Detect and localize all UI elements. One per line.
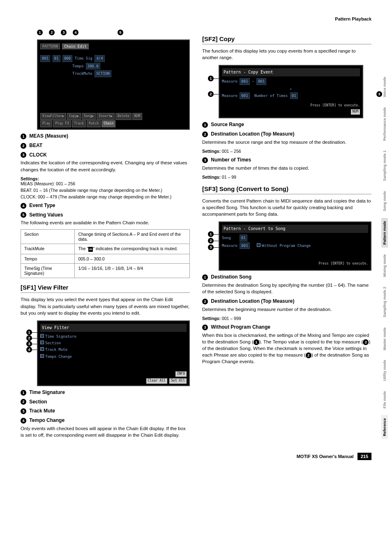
- heading-beat-text: BEAT: [29, 143, 42, 148]
- btn-clearall: Clear All: [146, 378, 167, 384]
- copy-title: Pattern - Copy Event: [222, 68, 360, 76]
- clock-field: 000: [62, 55, 72, 62]
- heading-dest-loc: 2 Destination Location (Top Measure): [202, 131, 371, 137]
- cell-timesig: TimeSig (Time Signature): [21, 264, 75, 278]
- sf2-desc3: Determines the number of times the data …: [202, 165, 371, 171]
- copy-meas2a: 001: [240, 92, 249, 99]
- side-mode-tabs: Voice mode Performance mode Sampling mod…: [381, 74, 388, 439]
- tab-playfx: Play FX: [53, 120, 71, 127]
- tab-chain-edit: Chain Edit: [62, 44, 88, 49]
- heading-vf-timesig: 1 Time Signature: [21, 389, 190, 396]
- heading-dest-loc2-text: Destination Location (Top Measure): [211, 298, 294, 304]
- heading-meas-text: MEAS (Measure): [29, 133, 68, 139]
- sf2-s3-label: Settings:: [202, 175, 221, 180]
- conv-wpc-label: Without Program Change: [262, 244, 311, 248]
- btn-setall: Set All: [169, 378, 187, 384]
- callout-copy-2: 2: [208, 91, 214, 97]
- heading-without-pc-text: Without Program Change: [211, 324, 270, 330]
- heading-vf-timesig-text: Time Signature: [29, 389, 65, 395]
- conv-song-label: Song: [222, 236, 231, 240]
- conv-title: Pattern - Convert to Song: [222, 225, 368, 233]
- screenshot-chain-edit: PATTERN Chain Edit 001 01 000 Time Sig 4…: [37, 39, 190, 130]
- sf3-p3: When this box is checkmarked, the settin…: [202, 332, 371, 365]
- callout-1: 1: [37, 30, 43, 35]
- settings-label: Settings:: [21, 176, 190, 181]
- inline-callout-2b: 2: [306, 352, 311, 358]
- tab-voice-mode[interactable]: Voice mode: [381, 74, 388, 100]
- sf2-s2-label: Settings:: [202, 149, 221, 154]
- heading-numtimes-text: Number of Times: [211, 157, 251, 163]
- chk-timesig: [40, 334, 44, 338]
- sf3-desc: Converts the current Pattern chain to MI…: [202, 198, 371, 217]
- tab-reference[interactable]: Reference: [381, 415, 388, 439]
- sf3-p2: Determines the beginning measure number …: [202, 306, 371, 313]
- callout-conv-1: 1: [208, 231, 214, 237]
- heading-numtimes: 3 Number of Times: [202, 157, 371, 163]
- heading-clock-text: CLOCK: [29, 152, 47, 158]
- callout-vf-4: 4: [26, 347, 32, 352]
- inline-callout-1: 1: [254, 339, 259, 345]
- tab-master-mode[interactable]: Master mode: [381, 325, 388, 353]
- cell-section: Section: [21, 230, 75, 244]
- chk-without-pc: [257, 243, 261, 247]
- vf-tempo: Tempo Change: [45, 355, 72, 359]
- heading-eventtype: 4 Event Type: [21, 203, 190, 209]
- heading-vf-tempo-text: Tempo Change: [29, 417, 65, 423]
- timesig-label: Time Sig: [75, 56, 92, 60]
- conv-press: Press [ENTER] to execute.: [222, 261, 368, 267]
- screenshot-view-filter: View Filter Time Signature Section Track…: [37, 320, 190, 386]
- tab-play: Play: [40, 120, 52, 127]
- tab-performance-mode[interactable]: Performance mode: [381, 104, 388, 144]
- heading-dest-song-text: Destination Song: [211, 274, 251, 280]
- callout-2: 2: [49, 30, 55, 35]
- vf-title: View Filter: [40, 324, 187, 332]
- copy-numtimes-label: Number of Times: [254, 94, 288, 98]
- meas-field: 001: [40, 55, 50, 62]
- tab-file-mode[interactable]: File mode: [381, 388, 388, 411]
- cell-tempo-desc: 005.0 – 300.0: [75, 254, 190, 264]
- vf-section: Section: [45, 341, 61, 345]
- trackmute-value: SCTION: [95, 70, 111, 77]
- callout-4: 4: [73, 30, 78, 35]
- vf-timesig: Time Signature: [45, 334, 76, 339]
- sf2-s2: 001 – 256: [222, 149, 241, 154]
- sf1-desc: This display lets you select the event t…: [21, 296, 190, 316]
- tab-utility-mode[interactable]: Utility mode: [381, 357, 388, 384]
- heading-dest-song: 1 Destination Song: [202, 274, 371, 280]
- callout-conv-2: 2: [208, 238, 214, 244]
- callout-vf-3: 3: [26, 341, 32, 347]
- tab-chain: Chain: [101, 120, 115, 127]
- mute-icon: m: [88, 247, 93, 252]
- footer: MOTIF XS Owner's Manual 215: [21, 454, 371, 459]
- tempo-label: Tempo: [72, 64, 83, 68]
- heading-vf-trackmute: 3 Track Mute: [21, 408, 190, 414]
- vf-trackmute: Track Mute: [45, 348, 67, 352]
- meas-desc: Indicates the location of the correspond…: [21, 159, 190, 173]
- copy-numtimes: 01: [290, 92, 298, 99]
- heading-source-range-text: Source Range: [211, 122, 244, 127]
- tab-song-mode[interactable]: Song mode: [381, 188, 388, 214]
- heading-meas: 1 MEAS (Measure): [21, 133, 190, 139]
- sf3-s2: 001 – 999: [222, 316, 241, 321]
- tab-pattern-mode[interactable]: Pattern mode: [381, 218, 388, 248]
- cell-tempo: Tempo: [21, 254, 75, 264]
- tab-track: Track: [72, 120, 86, 127]
- chk-section: [40, 341, 44, 344]
- tab-sampling-mode-2[interactable]: Sampling mode 2: [381, 284, 388, 320]
- heading-without-pc: 3 Without Program Change: [202, 324, 371, 330]
- cell-trackmute-desc: The "m" indicates the corresponding trac…: [75, 244, 190, 254]
- sf3-s2-label: Settings:: [202, 316, 221, 321]
- heading-settingvalues: 5 Setting Values: [21, 212, 190, 218]
- conv-meas-label: Measure: [222, 244, 238, 248]
- tab-sampling-mode-1[interactable]: Sampling mode 1: [381, 147, 388, 184]
- screenshot-convert-song: Pattern - Convert to Song Song 01 Measur…: [219, 221, 371, 271]
- chk-tempo: [40, 354, 44, 358]
- sf2-s3: 01 – 99: [222, 175, 236, 180]
- trackmute-label: TrackMute: [72, 71, 92, 76]
- sf1-desc2: Only events with checked boxes will appe…: [21, 425, 190, 438]
- heading-source-range: 1 Source Range: [202, 122, 371, 128]
- heading-beat: 2 BEAT: [21, 143, 190, 149]
- copy-meas2-label: Measure: [222, 94, 238, 98]
- cell-section-desc: Change timing of Sections A – P and End …: [75, 230, 190, 244]
- tab-mixing-mode[interactable]: Mixing mode: [381, 251, 388, 280]
